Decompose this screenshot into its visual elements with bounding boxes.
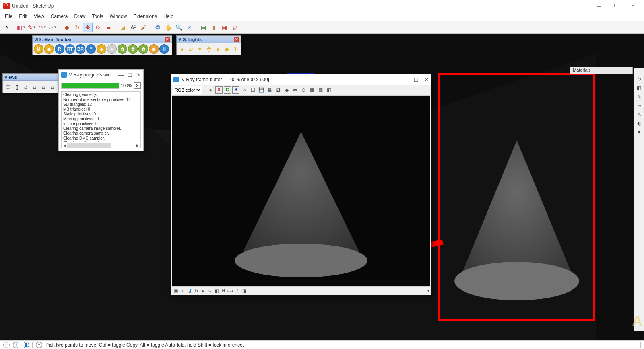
vfb-status-7[interactable]: H: [221, 288, 226, 294]
menu-file[interactable]: File: [2, 13, 16, 20]
light-omni[interactable]: ●: [178, 44, 186, 54]
vfs-main-toolbar[interactable]: VfS: Main Toolbar ✕ M◆RRTBR?◆●✿✿✿◉⏸: [32, 35, 172, 55]
light-ies[interactable]: ◆: [223, 44, 231, 54]
vfs-o[interactable]: ◆: [44, 44, 54, 54]
vfb-tool-4[interactable]: ○: [241, 86, 248, 94]
vfs-r[interactable]: R: [55, 44, 64, 54]
light-sphere[interactable]: ●: [214, 44, 222, 54]
move-icon[interactable]: ✥: [83, 23, 93, 32]
vfs-lights-toolbar[interactable]: VfS: Lights ✕ ●▱▼◓●◆☀: [176, 35, 242, 55]
vfb-tool-14[interactable]: ◧: [325, 86, 332, 94]
vfb-tool-12[interactable]: ▦: [308, 86, 316, 94]
vfs-globe[interactable]: ◉: [149, 44, 159, 54]
vfs-q[interactable]: ?: [86, 44, 96, 54]
vfb-tool-7[interactable]: 🖶: [266, 86, 273, 94]
vfb-tool-1[interactable]: R: [215, 86, 223, 94]
progress-max-button[interactable]: ☐: [128, 72, 132, 78]
vfb-tool-11[interactable]: ⊖: [300, 86, 307, 94]
vfs-tree3[interactable]: ✿: [138, 44, 148, 54]
vfb-status-2[interactable]: 📊: [186, 288, 192, 294]
sb-info-icon[interactable]: i: [13, 342, 19, 348]
progress-close-button[interactable]: ✕: [136, 72, 141, 78]
view-preset-1[interactable]: ▯: [13, 82, 21, 92]
view-preset-5[interactable]: ⌂: [48, 82, 56, 92]
arc-icon[interactable]: ◠▼: [37, 23, 47, 32]
push-icon[interactable]: ◆: [62, 23, 72, 32]
vfs-br[interactable]: BR: [76, 44, 85, 54]
vfb-close-button[interactable]: ✕: [424, 77, 429, 83]
sb-help-icon[interactable]: ?: [3, 342, 10, 348]
menu-window[interactable]: Window: [107, 13, 130, 20]
menu-draw[interactable]: Draw: [71, 13, 89, 20]
rotate-icon[interactable]: ⟳: [93, 23, 103, 32]
close-button[interactable]: ✕: [625, 0, 641, 12]
progress-log[interactable]: Clearing geometry.Number of intersectabl…: [61, 91, 141, 142]
vfs-pause[interactable]: ⏸: [159, 44, 169, 54]
sb-geo-icon[interactable]: ?: [36, 342, 42, 348]
vfs-main-close-icon[interactable]: ✕: [165, 37, 170, 42]
vfb-status-6[interactable]: ◧: [214, 288, 219, 294]
views-toolbar[interactable]: Views ⬡▯⌂⌂⌂⌂: [2, 73, 58, 93]
minimize-button[interactable]: —: [591, 0, 607, 12]
tray-icon-6[interactable]: ▾: [636, 129, 643, 136]
vfb-min-button[interactable]: —: [403, 77, 408, 83]
tray-icon-3[interactable]: ➜: [636, 102, 643, 109]
menu-extensions[interactable]: Extensions: [130, 13, 160, 20]
vfb-tool-13[interactable]: ▤: [317, 86, 324, 94]
orbit-icon[interactable]: ❂: [153, 23, 163, 32]
vfs-sphere[interactable]: ●: [107, 44, 117, 54]
tray-icon-0[interactable]: ↻: [636, 76, 643, 83]
menu-camera[interactable]: Camera: [47, 13, 71, 20]
outliner-icon[interactable]: ▥: [209, 23, 219, 32]
light-spot[interactable]: ▼: [196, 44, 204, 54]
vfb-status-4[interactable]: ●: [200, 288, 206, 294]
layers-icon[interactable]: ▤: [198, 23, 208, 32]
maximize-button[interactable]: ☐: [608, 0, 624, 12]
scale-icon[interactable]: ▣: [104, 23, 114, 32]
vfb-max-button[interactable]: ☐: [414, 77, 419, 83]
zoom-icon[interactable]: 🔍: [174, 23, 184, 32]
view-preset-4[interactable]: ⌂: [39, 82, 47, 92]
tray-icon-2[interactable]: ✎: [636, 93, 643, 101]
vfb-tool-10[interactable]: ✱: [291, 86, 299, 94]
vfs-tree2[interactable]: ✿: [128, 44, 138, 54]
vfb-status-10[interactable]: ◨: [241, 288, 247, 294]
vfb-tool-2[interactable]: G: [224, 86, 231, 94]
vfb-render-view[interactable]: [172, 95, 430, 287]
eraser-icon[interactable]: ◧▼: [17, 23, 26, 32]
menu-tools[interactable]: Tools: [89, 13, 107, 20]
tray-icon-4[interactable]: ✎: [636, 111, 643, 118]
vfb-status-1[interactable]: i: [180, 288, 185, 294]
line-icon[interactable]: ✎▼: [27, 23, 37, 32]
vfb-tool-3[interactable]: B: [232, 86, 239, 94]
vfb-status-3[interactable]: ⚙: [193, 288, 199, 294]
vfb-status-menu[interactable]: ▾: [427, 289, 429, 293]
menu-view[interactable]: View: [31, 13, 47, 20]
vfb-channel-select[interactable]: RGB color: [173, 86, 202, 94]
menu-edit[interactable]: Edit: [16, 13, 31, 20]
select-icon[interactable]: ↖: [2, 23, 12, 32]
text-icon[interactable]: A¹: [128, 23, 138, 32]
light-rect[interactable]: ▱: [187, 44, 195, 54]
vfb-status-8[interactable]: ⟼: [227, 288, 233, 294]
materials-panel-header[interactable]: Materials: [570, 67, 633, 74]
progress-cancel-button[interactable]: X: [134, 82, 141, 89]
vfs-m[interactable]: M: [34, 44, 43, 54]
tray-icon-5[interactable]: ◐: [636, 120, 643, 127]
vfs-lights-close-icon[interactable]: ✕: [234, 37, 239, 42]
zoom-ext-icon[interactable]: ⤧: [184, 23, 194, 32]
vray-frame-buffer[interactable]: V-Ray frame buffer - [100% of 800 x 600]…: [171, 74, 431, 295]
light-dome[interactable]: ◓: [205, 44, 213, 54]
follow-icon[interactable]: ↻: [72, 23, 82, 32]
tape-icon[interactable]: ◢: [118, 23, 128, 32]
vfb-tool-8[interactable]: 🖼: [275, 86, 282, 94]
sb-user-icon[interactable]: 👤: [23, 342, 29, 348]
view-preset-3[interactable]: ⌂: [31, 82, 39, 92]
vfb-status-9[interactable]: ⤴: [234, 288, 240, 294]
view-preset-2[interactable]: ⌂: [22, 82, 30, 92]
rect-icon[interactable]: ▱▼: [48, 23, 58, 32]
vfs-tree1[interactable]: ✿: [118, 44, 127, 54]
menu-help[interactable]: Help: [160, 13, 177, 20]
paint-icon[interactable]: 🖌: [139, 23, 149, 32]
pan-icon[interactable]: ✋: [163, 23, 173, 32]
